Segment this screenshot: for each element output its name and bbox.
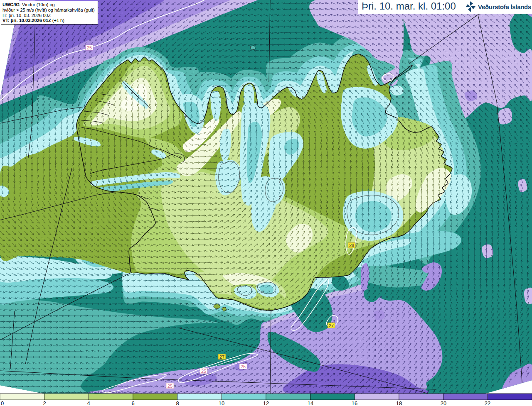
svg-text:27: 27	[219, 355, 224, 360]
svg-text:25: 25	[241, 364, 246, 369]
svg-text:16: 16	[352, 400, 357, 406]
svg-text:28: 28	[349, 243, 354, 248]
svg-text:25: 25	[167, 384, 172, 389]
svg-text:25: 25	[87, 45, 92, 50]
svg-text:12: 12	[263, 400, 269, 406]
svg-text:8: 8	[176, 400, 179, 406]
svg-text:18: 18	[396, 400, 402, 406]
svg-text:20: 20	[441, 400, 446, 406]
svg-text:22: 22	[485, 400, 490, 406]
svg-text:6: 6	[131, 400, 134, 406]
svg-text:25: 25	[201, 369, 206, 374]
svg-text:27: 27	[329, 323, 334, 328]
svg-text:14: 14	[308, 400, 313, 406]
svg-text:0: 0	[1, 400, 4, 406]
svg-text:4: 4	[87, 400, 90, 406]
svg-text:2: 2	[43, 400, 46, 406]
svg-text:10: 10	[219, 400, 224, 406]
